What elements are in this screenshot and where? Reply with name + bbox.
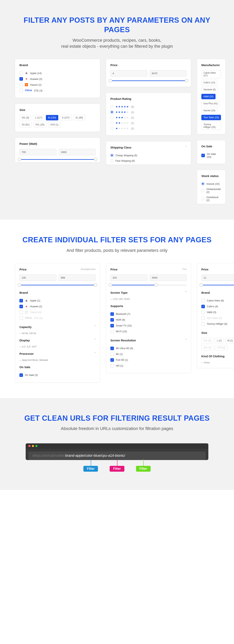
power-max-input[interactable]	[59, 149, 96, 155]
checkbox-label: Tommy Hilfiger (6)	[207, 322, 227, 325]
chip[interactable]: M (2)	[225, 338, 234, 343]
section1-title: FILTER ANY POSTS BY ANY PARAMETERS ON AN…	[15, 16, 219, 35]
checkbox-row[interactable]: ✓Huawei (3)	[20, 76, 96, 82]
chip[interactable]: Tommy Hilfiger (33)	[201, 122, 221, 130]
price-slider[interactable]	[110, 79, 187, 82]
checkbox-row[interactable]: ZTE中兴ZTE (3)	[20, 88, 96, 94]
checkbox-row[interactable]: Apple (14)	[20, 70, 96, 76]
tv-resolution-title[interactable]: Screen Resolution˄	[110, 339, 187, 342]
chip[interactable]: Colin's (13)	[201, 80, 217, 85]
checkbox-row[interactable]: ✓Colin's (4)	[201, 304, 234, 310]
rating-row[interactable]: ★★★★★(1)	[110, 120, 187, 126]
checkbox-row[interactable]: ✓Smart TV (10)	[110, 323, 187, 328]
close-dot-icon	[28, 445, 31, 447]
checkbox-row[interactable]: MIXiaomi (0)	[20, 310, 96, 315]
cl-price-min[interactable]	[201, 274, 234, 281]
price-min-input[interactable]	[110, 70, 147, 76]
chip[interactable]: M (150)	[46, 115, 58, 120]
checkbox-row[interactable]: ✓4K Ultra HD (9)	[110, 346, 187, 351]
rating-row[interactable]: ★★★★★(1)	[110, 109, 187, 115]
rating-row[interactable]: ★★★★★(1)	[110, 115, 187, 120]
chip[interactable]: Genevie (6)	[201, 87, 218, 92]
checkbox-row[interactable]: ✓Bluetooth (7)	[110, 311, 187, 317]
price-max-input[interactable]	[150, 70, 187, 76]
checkbox-row[interactable]: HD (1)	[110, 363, 187, 369]
checkbox-row[interactable]: Tommy Hilfiger (6)	[201, 321, 234, 327]
checkbox-label: On Sale (10)	[207, 152, 221, 158]
url-dim: shop.com/cat/mobile/	[32, 454, 65, 458]
section-filter-params: FILTER ANY POSTS BY ANY PARAMETERS ON AN…	[0, 0, 234, 220]
checkbox-row[interactable]: ✓HDR (9)	[110, 317, 187, 323]
cl-price-slider[interactable]	[201, 283, 234, 287]
checkbox-row[interactable]: Wi-Fi (10)	[110, 328, 187, 334]
rating-count: (1)	[131, 127, 134, 130]
chip[interactable]: XXS (1)	[48, 122, 61, 127]
radio-icon	[110, 110, 113, 114]
manufacturer-card: Manufacturer Calvin Klein (37)Colin's (1…	[197, 59, 225, 134]
sp-capacity-title[interactable]: Capacity˅	[20, 325, 96, 328]
chip[interactable]: Calvin Klein (37)	[201, 70, 221, 78]
checkbox-row[interactable]: H&M (3)	[201, 310, 234, 315]
tv-price-slider[interactable]	[110, 283, 187, 287]
chip[interactable]: 3XL (0)	[201, 338, 213, 343]
checkbox-row[interactable]: MIXiaomi (2)	[20, 82, 96, 88]
chip[interactable]: 3XL (9)	[20, 115, 31, 120]
chevron-up-icon[interactable]: ˄	[185, 146, 187, 148]
sp-price-slider[interactable]	[20, 283, 96, 287]
radio-row[interactable]: Instock (15)	[201, 181, 221, 186]
checkbox-row[interactable]: 8K (1)	[110, 351, 187, 357]
checkbox-row[interactable]: ✓On Sale (10)	[201, 152, 221, 160]
chip[interactable]: H&M (32)	[201, 94, 215, 99]
chip[interactable]: XS (81)	[20, 122, 32, 127]
chip[interactable]: L (2)	[215, 338, 224, 343]
chip[interactable]: XXS (0)	[215, 345, 227, 350]
radio-row[interactable]: Onbackorder (2)	[201, 186, 221, 195]
checkbox-row[interactable]: ✓Huawei (2)	[20, 304, 96, 310]
checkbox-label: Apple (1)	[30, 299, 40, 302]
sp-processor-title[interactable]: Processor˅	[20, 352, 96, 355]
cl-size-title: Size	[201, 331, 234, 334]
section3-subtitle: Absolute freedom in URLs customization f…	[15, 426, 219, 432]
checkbox-row[interactable]: ✓Full HD (1)	[110, 357, 187, 363]
radio-row[interactable]: Cheap Shipping (6)	[110, 152, 187, 158]
size-card: Size 3XL (9)L (117)M (150)S (137)XL (65)…	[15, 104, 100, 132]
tv-price-max[interactable]	[150, 274, 187, 281]
chip[interactable]: Karree (19)	[201, 108, 217, 113]
power-slider[interactable]	[20, 158, 96, 161]
chip[interactable]: Issa Plus (41)	[201, 101, 220, 106]
svg-text:MI: MI	[26, 312, 27, 313]
radio-label: Cheap Shipping (6)	[115, 154, 137, 157]
checkbox-icon	[201, 310, 205, 314]
chip[interactable]: S (137)	[60, 115, 72, 120]
checkbox-row[interactable]: Tom Tailor (0)	[201, 315, 234, 321]
chip[interactable]: L (117)	[33, 115, 45, 120]
sp-display-title[interactable]: Display˅	[20, 339, 96, 342]
chip[interactable]: XXL (0)	[201, 345, 213, 350]
sp-price-max[interactable]	[59, 274, 96, 281]
tv-screentype-title[interactable]: Screen Type˅	[110, 291, 187, 294]
checkbox-row[interactable]: ✓Apple (1)	[20, 298, 96, 304]
rating-row[interactable]: ★★★★★(1)	[110, 126, 187, 131]
power-min-input[interactable]	[20, 149, 56, 155]
checkbox-label: ZTE (3)	[34, 89, 42, 92]
sp-price-min[interactable]	[20, 274, 56, 281]
section3-title: GET CLEAN URLS FOR FILTERING RESULT PAGE…	[15, 414, 219, 423]
chip[interactable]: Tom Tailor (23)	[201, 115, 221, 120]
chip[interactable]: XXL (25)	[33, 122, 47, 127]
chip[interactable]: XL (65)	[73, 115, 85, 120]
filter-label: Filter	[136, 466, 151, 472]
tv-price-title: Price	[110, 268, 118, 271]
checkbox-row[interactable]: ✓On Sale (3)	[20, 372, 96, 378]
rating-row[interactable]: ★★★★★(4)	[110, 104, 187, 109]
radio-row[interactable]: Outofstock (2)	[201, 195, 221, 203]
url-lit: brand-apple/color-blue/cpu-a14-bionic/	[65, 454, 125, 458]
checkbox-label: HD (1)	[116, 364, 123, 367]
tv-price-min[interactable]	[110, 274, 147, 281]
radio-row[interactable]: Fast Shipping (8)	[110, 158, 187, 164]
cl-kind-title[interactable]: Kind Of Clothing˅	[201, 354, 234, 358]
onsale-card: On Sale ✓On Sale (10)	[197, 140, 225, 164]
checkbox-row[interactable]: Calvin Klein (8)	[201, 298, 234, 304]
url-bar[interactable]: shop.com/cat/mobile/brand-apple/color-bl…	[28, 452, 206, 460]
stock-title: Stock status	[201, 174, 221, 178]
checkbox-row[interactable]: ZTE中兴ZTE (0)	[20, 315, 96, 321]
